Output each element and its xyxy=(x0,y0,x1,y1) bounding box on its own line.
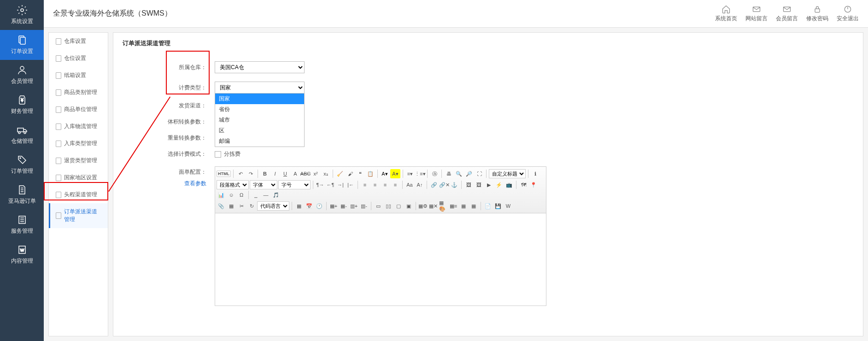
indent-button[interactable]: →| xyxy=(336,180,345,189)
date-button[interactable]: 📅 xyxy=(305,201,314,211)
special-button[interactable]: Ω xyxy=(237,190,246,200)
cell-button[interactable]: ▢ xyxy=(394,201,403,211)
word-button[interactable]: W xyxy=(504,201,513,211)
tbl-extra1-button[interactable]: ▦ xyxy=(459,201,468,211)
sub-item-unit[interactable]: 商品单位管理 xyxy=(49,101,108,118)
font-color-button[interactable]: A▾ xyxy=(380,169,389,178)
sub-item-first-channel[interactable]: 头程渠道管理 xyxy=(49,186,108,203)
sidebar-main-content-manage[interactable]: W 内容管理 xyxy=(0,240,44,270)
warehouse-select[interactable]: 美国CA仓 xyxy=(215,61,305,73)
ins-col-button[interactable]: ▥+ xyxy=(349,201,358,211)
upper-button[interactable]: A↑ xyxy=(415,180,424,189)
find-button[interactable]: 🔎 xyxy=(464,169,474,178)
para-select[interactable]: 段落格式 xyxy=(217,180,249,189)
sidebar-main-order-manage[interactable]: 订单管理 xyxy=(0,150,44,180)
time-button[interactable]: 🕐 xyxy=(315,201,324,211)
snapscreen-button[interactable]: ✂ xyxy=(237,201,246,211)
paste-button[interactable]: 📋 xyxy=(366,169,375,178)
sub-item-inbound-type[interactable]: 入库类型管理 xyxy=(49,135,108,152)
pagebreak-button[interactable]: ⎯ xyxy=(251,190,260,200)
cell2-button[interactable]: ▣ xyxy=(404,201,413,211)
sub-item-box[interactable]: 纸箱设置 xyxy=(49,67,108,84)
media-button[interactable]: 📺 xyxy=(504,180,514,189)
split-button[interactable]: ▯▯ xyxy=(384,201,393,211)
sidebar-main-amazon-order[interactable]: 亚马逊订单 xyxy=(0,180,44,210)
sidebar-main-finance-manage[interactable]: ¥ 财务管理 xyxy=(0,90,44,120)
size-select[interactable]: 字号 xyxy=(278,180,311,189)
align-left-button[interactable]: ≡ xyxy=(360,180,369,189)
chart-button[interactable]: 📊 xyxy=(217,190,226,200)
draft-button[interactable]: 💾 xyxy=(493,201,503,211)
header-action-site-msg[interactable]: 网站留言 xyxy=(745,5,768,23)
redo-button[interactable]: ↷ xyxy=(246,169,255,178)
emoji-button[interactable]: ☺ xyxy=(227,190,236,200)
help-button[interactable]: ℹ xyxy=(531,169,540,178)
sub-item-inbound-logistics[interactable]: 入库物流管理 xyxy=(49,118,108,135)
fullscreen-button[interactable]: ⛶ xyxy=(475,169,484,178)
sidebar-main-storage-manage[interactable]: 仓储管理 xyxy=(0,120,44,150)
fee-type-option[interactable]: 邮编 xyxy=(215,136,304,147)
eraser-button[interactable]: 🧹 xyxy=(335,169,345,178)
tbl-style-button[interactable]: ▦🎨 xyxy=(439,201,448,211)
multi-image-button[interactable]: 🖼 xyxy=(474,180,483,189)
underline-button[interactable]: U xyxy=(281,169,290,178)
sidebar-main-system-settings[interactable]: 系统设置 xyxy=(0,0,44,30)
del-row-button[interactable]: ▦- xyxy=(339,201,348,211)
align-center-button[interactable]: ≡ xyxy=(370,180,380,189)
tbl-extra2-button[interactable]: ▦ xyxy=(469,201,478,211)
strike-button[interactable]: ABC xyxy=(301,169,310,178)
fee-type-select[interactable]: 国家 xyxy=(215,82,305,94)
view-params-link[interactable]: 查看参数 xyxy=(123,180,206,188)
sub-item-delivery-channel[interactable]: 订单派送渠道管理 xyxy=(49,203,108,228)
quote-button[interactable]: ❝ xyxy=(356,169,365,178)
format-button[interactable]: 🖌 xyxy=(346,169,355,178)
anchor-button[interactable]: ⚓ xyxy=(450,180,459,189)
link-button[interactable]: 🔗 xyxy=(429,180,439,189)
undo-button[interactable]: ↶ xyxy=(236,169,245,178)
rtl-button[interactable]: ←¶ xyxy=(326,180,335,189)
sub-item-position[interactable]: 仓位设置 xyxy=(49,50,108,67)
fee-type-option[interactable]: 区 xyxy=(215,125,304,136)
unlink-button[interactable]: 🔗✕ xyxy=(440,180,449,189)
font-button[interactable]: A xyxy=(291,169,300,178)
align-right-button[interactable]: ≡ xyxy=(381,180,390,189)
tbl-del-button[interactable]: ▦✕ xyxy=(428,201,438,211)
tbl-align-button[interactable]: ▦≡ xyxy=(449,201,458,211)
map-button[interactable]: 🗺 xyxy=(519,180,528,189)
tbl-insert-button[interactable]: ▦ xyxy=(294,201,304,211)
image-button[interactable]: 🖼 xyxy=(464,180,473,189)
sub-item-warehouse[interactable]: 仓库设置 xyxy=(49,33,108,50)
tbl-prop-button[interactable]: ▦⚙ xyxy=(418,201,428,211)
sidebar-main-member-manage[interactable]: 会员管理 xyxy=(0,60,44,90)
gmap-button[interactable]: 📍 xyxy=(529,180,538,189)
flash-button[interactable]: ⚡ xyxy=(494,180,504,189)
ol-button[interactable]: ≡▾ xyxy=(405,169,415,178)
italic-button[interactable]: I xyxy=(270,169,280,178)
sup-button[interactable]: x² xyxy=(311,169,320,178)
header-action-logout[interactable]: 安全退出 xyxy=(837,5,859,23)
refresh-button[interactable]: ↻ xyxy=(247,201,256,211)
ltr-button[interactable]: ¶→ xyxy=(316,180,325,189)
sidebar-main-order-settings[interactable]: 订单设置 xyxy=(0,30,44,60)
char-button[interactable]: ⓐ xyxy=(430,169,439,178)
del-col-button[interactable]: ▥- xyxy=(359,201,369,211)
header-action-home[interactable]: 系统首页 xyxy=(715,5,737,23)
outdent-button[interactable]: |← xyxy=(346,180,355,189)
merge-button[interactable]: ▭ xyxy=(374,201,383,211)
editor-body[interactable] xyxy=(215,213,546,306)
mode-checkbox[interactable] xyxy=(215,151,221,158)
sub-button[interactable]: x₂ xyxy=(321,169,330,178)
html-source-button[interactable]: HTML xyxy=(217,170,231,177)
music-button[interactable]: 🎵 xyxy=(271,190,281,200)
ul-button[interactable]: ⋮≡▾ xyxy=(416,169,425,178)
template-button[interactable]: 📄 xyxy=(483,201,493,211)
code-lang-select[interactable]: 代码语言 xyxy=(257,201,289,211)
hr-button[interactable]: — xyxy=(261,190,270,200)
attach-button[interactable]: 📎 xyxy=(217,201,226,211)
print-button[interactable]: 🖶 xyxy=(444,169,453,178)
header-action-member-msg[interactable]: 会员留言 xyxy=(776,5,798,23)
case-button[interactable]: Aa xyxy=(405,180,414,189)
video-button[interactable]: ▶ xyxy=(484,180,493,189)
preview-button[interactable]: 🔍 xyxy=(454,169,463,178)
heading-select[interactable]: 自定义标题 xyxy=(489,169,526,178)
